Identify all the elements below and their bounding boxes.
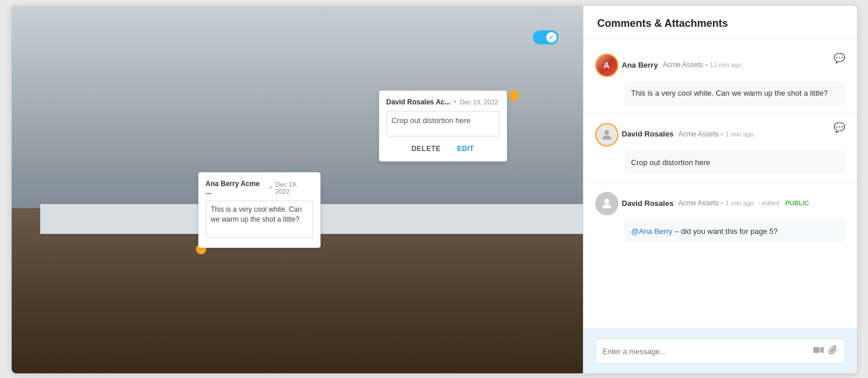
bubble-author-ana: Ana Berry Acme ... bbox=[206, 180, 266, 196]
svg-point-1 bbox=[605, 199, 609, 204]
avatar-david-grey bbox=[595, 192, 619, 215]
person-icon-grey bbox=[600, 197, 614, 211]
person-icon bbox=[600, 128, 614, 142]
comment-text-3: @Ana Berry – did you want this for page … bbox=[624, 220, 845, 243]
comment-body-2: Crop out distortion here bbox=[595, 151, 845, 174]
commenter-name-3: David Rosales bbox=[622, 199, 674, 208]
comments-panel: Comments & Attachments A Ana Berry Acme … bbox=[583, 6, 857, 373]
comment-meta-1: A Ana Berry Acme Assets • 11 min ago 💬 bbox=[595, 52, 845, 77]
comment-chat-icon-1: 💬 bbox=[834, 52, 845, 64]
commenter-sep-2: • bbox=[721, 131, 723, 138]
commenter-name-1: Ana Berry bbox=[622, 61, 658, 69]
comment-name-row-3: David Rosales Acme Assets • 1 min ago · … bbox=[622, 199, 845, 208]
comment-info-3: David Rosales Acme Assets • 1 min ago · … bbox=[622, 199, 845, 208]
comment-info-1: Ana Berry Acme Assets • 11 min ago bbox=[622, 61, 845, 69]
image-area: Ana Berry Acme ... • Dec 19, 2022 This i… bbox=[12, 6, 583, 373]
comment-item-1: A Ana Berry Acme Assets • 11 min ago 💬 bbox=[584, 44, 857, 114]
overlay-toggle[interactable] bbox=[533, 30, 558, 44]
commenter-company-2: Acme Assets bbox=[678, 130, 718, 138]
comment-meta-2: David Rosales Acme Assets • 1 min ago 💬 bbox=[595, 122, 845, 146]
commenter-sep-1: • bbox=[705, 61, 708, 68]
comment-item-2: David Rosales Acme Assets • 1 min ago 💬 … bbox=[584, 114, 857, 183]
comments-list: A Ana Berry Acme Assets • 11 min ago 💬 bbox=[584, 40, 857, 328]
panel-title: Comments & Attachments bbox=[598, 18, 843, 30]
video-svg bbox=[813, 346, 824, 354]
video-icon[interactable] bbox=[813, 346, 824, 356]
comment-bubble-david: David Rosales Ac... • Dec 19, 2022 Crop … bbox=[379, 90, 507, 162]
commenter-sep-3: • bbox=[721, 200, 723, 206]
main-container: Ana Berry Acme ... • Dec 19, 2022 This i… bbox=[12, 6, 857, 373]
comment-body-1: This is a very cool white. Can we warm u… bbox=[595, 82, 845, 105]
comment-chat-icon-2: 💬 bbox=[834, 122, 845, 133]
commenter-name-2: David Rosales bbox=[622, 130, 674, 138]
message-area bbox=[584, 328, 857, 373]
avatar-david-orange bbox=[595, 123, 619, 146]
toggle-knob bbox=[546, 32, 557, 43]
panel-header: Comments & Attachments bbox=[584, 6, 857, 40]
paperclip-svg bbox=[828, 345, 838, 355]
comment-public-badge: PUBLIC bbox=[785, 200, 809, 206]
message-toolbar bbox=[813, 345, 838, 358]
comment-text-2: Crop out distortion here bbox=[624, 151, 845, 174]
comment-body-3: @Ana Berry – did you want this for page … bbox=[595, 220, 845, 243]
bubble-date-david: Dec 19, 2022 bbox=[460, 99, 498, 106]
comment-name-row-1: Ana Berry Acme Assets • 11 min ago bbox=[622, 61, 845, 69]
bubble-header-david: David Rosales Ac... • Dec 19, 2022 bbox=[386, 98, 500, 106]
message-input[interactable] bbox=[603, 347, 813, 356]
comment-bubble-ana: Ana Berry Acme ... • Dec 19, 2022 This i… bbox=[198, 172, 321, 248]
comment-time-1: 11 min ago bbox=[710, 61, 742, 68]
comment-item-3: David Rosales Acme Assets • 1 min ago · … bbox=[584, 183, 857, 251]
comment-mention-text: – did you want this for page 5? bbox=[674, 227, 778, 236]
comment-time-3: 1 min ago bbox=[726, 200, 754, 206]
commenter-company-1: Acme Assets bbox=[663, 61, 703, 69]
svg-rect-2 bbox=[813, 347, 820, 353]
bubble-author-david: David Rosales Ac... bbox=[386, 98, 451, 106]
comment-mention: @Ana Berry bbox=[631, 227, 673, 236]
commenter-company-3: Acme Assets bbox=[678, 199, 718, 207]
edit-button[interactable]: EDIT bbox=[454, 144, 477, 154]
bubble-date-ana: Dec 19, 2022 bbox=[276, 181, 313, 195]
pin-david[interactable] bbox=[509, 90, 519, 101]
comment-meta-3: David Rosales Acme Assets • 1 min ago · … bbox=[595, 191, 845, 215]
bubble-text-ana[interactable]: This is a very cool white. Can we warm u… bbox=[206, 201, 313, 238]
comment-edited-3: · edited bbox=[758, 200, 779, 206]
svg-marker-3 bbox=[820, 346, 824, 354]
bubble-actions-david: DELETE EDIT bbox=[386, 144, 500, 154]
bubble-separator-ana: • bbox=[269, 184, 272, 192]
comment-name-row-2: David Rosales Acme Assets • 1 min ago bbox=[622, 130, 845, 138]
attachment-icon[interactable] bbox=[828, 345, 838, 358]
bubble-separator-david: • bbox=[454, 98, 456, 106]
bubble-content-david: Crop out distortion here bbox=[386, 111, 500, 136]
comment-text-1: This is a very cool white. Can we warm u… bbox=[624, 82, 845, 105]
comment-time-2: 1 min ago bbox=[726, 131, 754, 138]
bubble-header-ana: Ana Berry Acme ... • Dec 19, 2022 bbox=[206, 180, 313, 196]
message-input-wrapper bbox=[595, 338, 845, 364]
delete-button[interactable]: DELETE bbox=[408, 144, 444, 154]
svg-point-0 bbox=[605, 130, 609, 135]
comment-info-2: David Rosales Acme Assets • 1 min ago bbox=[622, 130, 845, 138]
avatar-img-ana: A bbox=[596, 55, 617, 76]
avatar-ana: A bbox=[595, 54, 619, 77]
bubble-text-david: Crop out distortion here bbox=[392, 116, 471, 125]
